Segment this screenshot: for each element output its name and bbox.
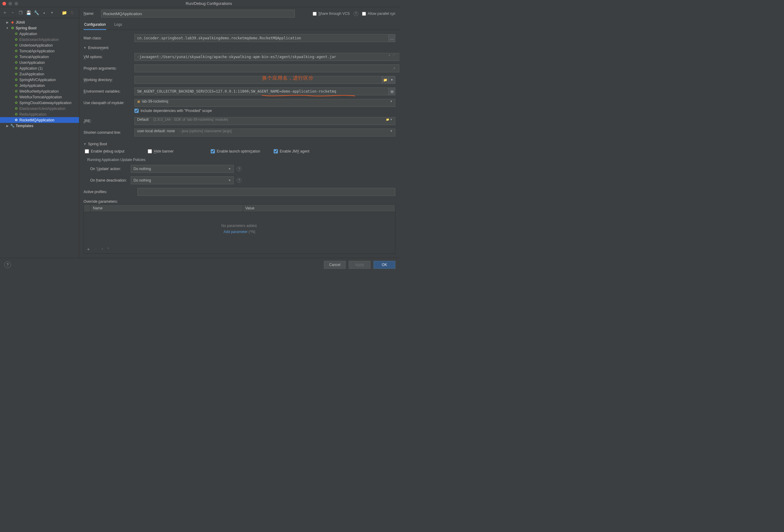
collapse-icon: ▼ bbox=[84, 46, 86, 49]
spring-icon: ✿ bbox=[14, 95, 18, 99]
env-browse-icon[interactable]: ▤ bbox=[389, 87, 395, 95]
close-icon[interactable] bbox=[2, 2, 6, 5]
tree-item[interactable]: ✿RocketMQApplication bbox=[0, 117, 79, 123]
active-profiles-input[interactable] bbox=[137, 188, 395, 196]
remove-config-icon[interactable]: － bbox=[10, 10, 16, 16]
on-deact-label: On frame deactivation: bbox=[84, 178, 131, 183]
tab-configuration[interactable]: Configuration bbox=[84, 21, 106, 30]
window-title: Run/Debug Configurations bbox=[18, 1, 399, 6]
on-update-dropdown[interactable]: Do nothing▼ bbox=[131, 165, 234, 173]
spring-icon: ✿ bbox=[14, 49, 18, 53]
enable-jmx-checkbox[interactable]: Enable JMX agent bbox=[274, 149, 325, 153]
config-tree: ▶◆ JUnit ▼✿ Spring Boot ✿Application✿Ela… bbox=[0, 18, 79, 258]
share-vcs-checkbox[interactable]: Share through VCS bbox=[313, 11, 350, 16]
tree-item[interactable]: ✿SpringCloudGatewayApplication bbox=[0, 100, 79, 106]
wrench-templates-icon: 🔧 bbox=[10, 124, 15, 128]
vm-options-input[interactable] bbox=[134, 53, 399, 61]
tree-item[interactable]: ✿WebfluxNettyApplication bbox=[0, 88, 79, 94]
add-config-icon[interactable]: ＋ bbox=[2, 10, 8, 16]
tree-item[interactable]: ✿Application bbox=[0, 31, 79, 37]
help-button[interactable]: ? bbox=[4, 261, 11, 268]
folder-browse-icon[interactable]: 📁 bbox=[382, 76, 389, 84]
browse-class-icon[interactable]: … bbox=[389, 34, 395, 42]
apply-button[interactable]: Apply bbox=[349, 261, 370, 269]
maximize-icon[interactable] bbox=[15, 2, 18, 5]
folder-icon[interactable]: 📁 bbox=[61, 10, 67, 16]
tree-item-label: TomcatAprApplication bbox=[19, 49, 55, 53]
config-header: Name: Share through VCS ? Allow parallel… bbox=[79, 7, 399, 21]
tree-label-junit: JUnit bbox=[16, 20, 25, 25]
tree-item-label: Application (1) bbox=[19, 66, 43, 71]
tree-item[interactable]: ✿WebfluxTomcatApplication bbox=[0, 94, 79, 100]
wrench-icon[interactable]: 🔧 bbox=[33, 10, 39, 16]
collapse-icon: ▼ bbox=[84, 143, 86, 145]
on-deact-dropdown[interactable]: Do nothing▼ bbox=[131, 176, 234, 184]
minimize-icon[interactable] bbox=[8, 2, 12, 5]
up-row-icon: ▲ bbox=[101, 247, 104, 252]
tree-item[interactable]: ✿RedisApplication bbox=[0, 111, 79, 117]
tab-logs[interactable]: Logs bbox=[113, 21, 122, 30]
tree-node-springboot[interactable]: ▼✿ Spring Boot bbox=[0, 25, 79, 31]
sidebar: ＋ － ❐ 💾 🔧 ▲ ▼ 📁 ⇅ ▶◆ JUnit ▼✿ Spring Boo… bbox=[0, 7, 79, 258]
tree-item[interactable]: ✿Application (1) bbox=[0, 65, 79, 71]
help-icon[interactable]: ? bbox=[237, 166, 242, 171]
save-config-icon[interactable]: 💾 bbox=[25, 10, 31, 16]
expand-icon[interactable]: ＋ ↗ bbox=[388, 53, 395, 61]
spring-icon: ✿ bbox=[14, 84, 18, 87]
add-parameter-link[interactable]: Add parameter bbox=[223, 230, 247, 234]
working-dir-input[interactable] bbox=[134, 76, 382, 84]
down-row-icon: ▼ bbox=[107, 247, 110, 252]
enable-launch-checkbox[interactable]: Enable launch optimization bbox=[211, 149, 261, 153]
config-tabs: Configuration Logs bbox=[79, 21, 399, 30]
window-controls bbox=[2, 2, 18, 5]
annotation-text: 换个应用名，进行区分 bbox=[262, 75, 314, 81]
include-provided-checkbox[interactable]: Include dependencies with "Provided" sco… bbox=[134, 109, 212, 113]
copy-config-icon[interactable]: ❐ bbox=[18, 10, 24, 16]
tree-label-springboot: Spring Boot bbox=[16, 26, 37, 30]
expand-args-icon[interactable]: ↗ bbox=[393, 66, 395, 71]
add-row-icon[interactable]: ＋ bbox=[86, 247, 90, 252]
tree-item[interactable]: ✿JettyApplication bbox=[0, 83, 79, 88]
move-down-icon[interactable]: ▼ bbox=[49, 10, 55, 16]
name-input[interactable] bbox=[101, 10, 295, 18]
th-value[interactable]: Value bbox=[243, 204, 395, 212]
hide-banner-checkbox[interactable]: Hide banner bbox=[148, 149, 199, 153]
main-class-input[interactable] bbox=[134, 34, 389, 42]
dropdown-arrow-icon[interactable]: ▼ bbox=[389, 76, 395, 84]
tree-item[interactable]: ✿TomcatAprApplication bbox=[0, 48, 79, 54]
tree-item-label: WebfluxTomcatApplication bbox=[19, 95, 62, 99]
allow-parallel-checkbox[interactable]: Allow parallel run bbox=[362, 11, 395, 16]
ok-button[interactable]: OK bbox=[373, 261, 395, 269]
share-help-icon[interactable]: ? bbox=[354, 11, 358, 16]
move-up-icon[interactable]: ▲ bbox=[41, 10, 47, 16]
tree-item[interactable]: ✿UserApplication bbox=[0, 60, 79, 65]
tree-item[interactable]: ✿TomcatApplication bbox=[0, 54, 79, 60]
tree-item-label: WebfluxNettyApplication bbox=[19, 89, 59, 93]
classpath-dropdown[interactable]: ▣lab-39-rocketmq▼ bbox=[134, 99, 395, 107]
tree-item-label: SpringMVCApplication bbox=[19, 78, 56, 82]
tree-item[interactable]: ✿ZuulApplication bbox=[0, 71, 79, 77]
spring-icon: ✿ bbox=[14, 66, 18, 70]
env-section-toggle[interactable]: ▼ Environment bbox=[84, 46, 395, 50]
tree-node-junit[interactable]: ▶◆ JUnit bbox=[0, 19, 79, 25]
tree-item[interactable]: ✿SpringMVCApplication bbox=[0, 77, 79, 83]
tree-item[interactable]: ✿ElasticsearchApplication bbox=[0, 37, 79, 43]
param-table-toolbar: ＋ － ▲ ▼ bbox=[84, 246, 395, 253]
enable-debug-checkbox[interactable]: Enable debug output bbox=[85, 149, 136, 153]
remove-row-icon: － bbox=[93, 247, 98, 252]
help-icon[interactable]: ? bbox=[237, 178, 242, 183]
program-args-label: Program arguments: bbox=[84, 66, 134, 71]
jre-dropdown[interactable]: Default (1.8.0_144 - SDK of 'lab-39-rock… bbox=[134, 117, 395, 125]
tree-item-label: RocketMQApplication bbox=[19, 118, 54, 122]
th-name[interactable]: Name bbox=[90, 204, 243, 212]
tree-item[interactable]: ✿UndertowApplication bbox=[0, 43, 79, 48]
springboot-section-toggle[interactable]: ▼Spring Boot bbox=[84, 142, 395, 146]
shorten-dropdown[interactable]: user-local default: none - java [options… bbox=[134, 129, 395, 137]
cancel-button[interactable]: Cancel bbox=[324, 261, 346, 269]
program-args-input[interactable] bbox=[134, 64, 399, 72]
tree-item-label: ElasticsearchApplication bbox=[19, 37, 59, 42]
tree-item-label: SpringCloudGatewayApplication bbox=[19, 101, 72, 105]
tree-item[interactable]: ✿ElasticsearchJestApplication bbox=[0, 106, 79, 111]
tree-node-templates[interactable]: ▶🔧 Templates bbox=[0, 123, 79, 129]
tree-item-label: ZuulApplication bbox=[19, 72, 44, 76]
